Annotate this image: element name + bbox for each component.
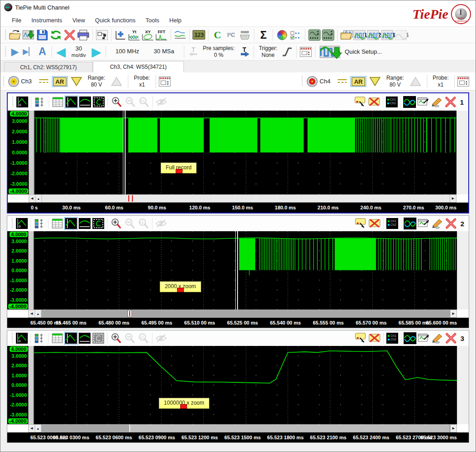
sample-rate-value[interactable]: 100 MHz <box>108 48 147 55</box>
axis-offset-button[interactable]: 0 <box>15 96 29 108</box>
toolbar-grip[interactable] <box>301 76 303 87</box>
ch3-bnc-icon[interactable] <box>8 76 19 87</box>
yt-graph-button[interactable]: Yt <box>127 28 141 42</box>
menu-instruments[interactable]: Instruments <box>26 14 67 27</box>
import-data-button[interactable] <box>22 28 35 42</box>
menu-view[interactable]: View <box>67 14 90 27</box>
measure-mode-button[interactable] <box>78 96 92 108</box>
can-analyzer-button[interactable]: C <box>211 28 224 42</box>
close-graph-button[interactable] <box>444 217 458 230</box>
zoom-out-button[interactable] <box>123 96 137 108</box>
object-tree-button[interactable] <box>95 28 109 42</box>
toolbar-grip[interactable] <box>11 333 13 344</box>
menu-help[interactable]: Help <box>164 14 187 27</box>
auto-setup-button[interactable]: A <box>35 45 49 59</box>
add-graph-button[interactable] <box>114 28 127 42</box>
quick-setup-3-button[interactable]: 3 <box>381 28 395 42</box>
scroll-thumb[interactable] <box>129 425 450 432</box>
toolbar-grip[interactable] <box>11 218 13 229</box>
menu-tools[interactable]: Tools <box>141 14 164 27</box>
tab-ch1-ch2[interactable]: Ch1, Ch2: WS5(27917) <box>4 62 93 72</box>
scroll-page-button[interactable]: ▲ <box>35 425 41 432</box>
delete-comments-button[interactable] <box>367 96 381 108</box>
timebase-slower-button[interactable]: ◀ <box>54 45 68 59</box>
close-graph-button[interactable] <box>444 332 458 345</box>
axis-offset-button[interactable]: 0 <box>15 217 29 230</box>
zoom-reset-button[interactable]: 1:1 <box>137 96 151 108</box>
hide-source-button[interactable] <box>155 96 168 108</box>
ch4-range-display[interactable]: Range: 80 V <box>384 75 407 88</box>
delete-comments-button[interactable] <box>368 332 381 345</box>
ch3-autorange-button[interactable]: AR <box>52 76 68 87</box>
scroll-track[interactable] <box>42 195 450 202</box>
plot-area[interactable]: 2000 x zoom <box>34 231 457 310</box>
object-properties-button[interactable] <box>289 28 303 42</box>
clear-graph-button[interactable] <box>430 217 444 230</box>
zoom-region-comment[interactable]: 1000000 x zoom <box>159 398 209 409</box>
menu-file[interactable]: File <box>7 14 26 27</box>
table-view-button[interactable] <box>51 217 64 230</box>
zoom-out-button[interactable] <box>123 217 137 230</box>
zoom-region-comment[interactable]: Full record <box>161 163 197 173</box>
fit-graph-button[interactable] <box>91 332 105 345</box>
ch4-autorange-button[interactable]: AR <box>350 76 366 87</box>
open-setup-button[interactable] <box>340 28 354 42</box>
serial-analyzer-button[interactable]: 00II0 <box>238 28 252 42</box>
legend-toggle-button[interactable]: Ch1Ch2 <box>385 217 399 230</box>
scroll-track[interactable] <box>41 310 450 317</box>
comment-tool-button[interactable] <box>354 96 367 108</box>
ch4-settings-button[interactable]: ▲▼ <box>457 76 469 86</box>
detach-graph-button[interactable] <box>417 332 430 345</box>
zoom-out-button[interactable] <box>123 332 137 345</box>
sum-function-button[interactable]: Σ <box>257 28 270 42</box>
toolbar-grip[interactable] <box>2 76 5 87</box>
ch3-range-display[interactable]: Range: 80 V <box>85 75 108 88</box>
start-button[interactable]: ▶ <box>8 45 22 59</box>
ch3-coupling-icon[interactable] <box>38 78 49 85</box>
plot-area[interactable]: Full record <box>34 111 456 194</box>
comment-tool-button[interactable] <box>354 332 368 345</box>
source-visibility-button[interactable] <box>403 217 417 230</box>
measure-mode-button[interactable] <box>78 332 91 345</box>
quick-setup-button[interactable]: Quick Setup... <box>318 45 384 59</box>
source-visibility-button[interactable] <box>403 332 417 345</box>
scroll-left-button[interactable]: ◀ <box>29 195 35 202</box>
zoom-reset-button[interactable]: 1:1 <box>137 217 150 230</box>
yt-mode-button[interactable] <box>64 332 78 345</box>
menu-quick-functions[interactable]: Quick functions <box>90 14 141 27</box>
print-button[interactable] <box>76 28 90 42</box>
y-axis-scrollbar[interactable] <box>29 111 34 194</box>
ch4-range-down-button[interactable] <box>369 76 381 86</box>
legend-toggle-button[interactable]: Ch1Ch2 <box>385 332 399 345</box>
trigger-display[interactable]: Trigger: None <box>256 45 280 58</box>
pre-samples-increase-button[interactable] <box>238 45 251 59</box>
zoom-in-button[interactable] <box>110 96 123 108</box>
clear-graph-button[interactable] <box>430 96 444 108</box>
i2c-analyzer-button[interactable]: I²C <box>224 28 238 42</box>
toolbar-grip[interactable] <box>4 30 6 41</box>
colors-button[interactable] <box>275 28 289 42</box>
toolbar-grip[interactable] <box>11 96 14 107</box>
axis-offset-button[interactable]: 0 <box>15 332 29 345</box>
pre-samples-display[interactable]: Pre samples: 0 % <box>200 45 238 58</box>
plot-area[interactable]: 1000000 x zoom <box>34 346 457 424</box>
zoom-region-marker[interactable] <box>132 195 133 202</box>
toolbar-grip[interactable] <box>4 46 6 57</box>
timebase-value[interactable]: 30 ms/div <box>68 46 90 58</box>
scroll-right-button[interactable]: ▶ <box>450 425 456 432</box>
hide-source-button[interactable] <box>154 217 168 230</box>
time-cursor[interactable] <box>123 111 126 194</box>
detach-graph-button[interactable] <box>417 217 430 230</box>
zoom-region-comment[interactable]: 2000 x zoom <box>160 281 201 292</box>
xy-graph-button[interactable]: XY <box>141 28 155 42</box>
scroll-page-button[interactable]: ▲ <box>35 195 42 202</box>
zoom-region-marker[interactable] <box>128 195 129 202</box>
scroll-right-button[interactable]: ▶ <box>450 195 456 202</box>
save-button[interactable] <box>35 28 49 42</box>
meter-button[interactable]: 123 <box>192 28 206 42</box>
open-file-button[interactable] <box>8 28 22 42</box>
quick-setup-2-button[interactable]: 2 <box>367 28 381 42</box>
zoom-in-button[interactable] <box>109 332 123 345</box>
yt-mode-button[interactable] <box>64 217 78 230</box>
source-visibility-button[interactable] <box>403 96 416 108</box>
